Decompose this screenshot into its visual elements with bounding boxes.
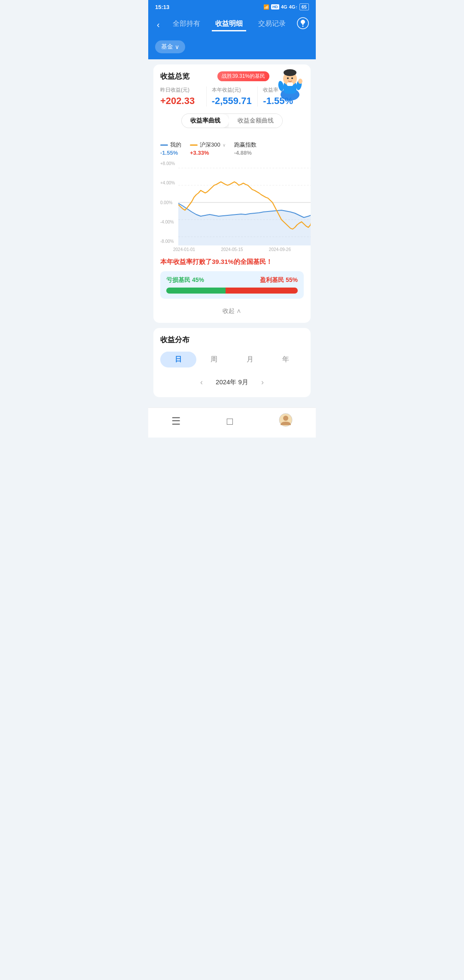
- legend-dot-index: [190, 144, 198, 146]
- period-tab-day[interactable]: 日: [160, 352, 196, 368]
- period-tabs: 日 周 月 年: [160, 352, 304, 368]
- svg-point-7: [291, 77, 293, 79]
- bottom-nav: ☰ □: [148, 407, 316, 438]
- tab-all-holdings[interactable]: 全部持有: [169, 18, 204, 31]
- svg-point-5: [284, 69, 296, 76]
- month-nav: ‹ 2024年 9月 ›: [160, 374, 304, 390]
- chart-legend: 我的 -1.55% 沪深300 ∨ +3.33% 跑赢指数 -4.88%: [160, 141, 304, 156]
- filter-fund-button[interactable]: 基金 ∨: [155, 40, 185, 53]
- tab-trade-records[interactable]: 交易记录: [255, 18, 289, 31]
- legend-mine-value: -1.55%: [160, 150, 181, 156]
- chart-toggle: 收益率曲线 收益金额曲线: [181, 113, 283, 128]
- y-label-neg4: -4.00%: [160, 220, 175, 224]
- legend-index-label: 沪深300: [200, 141, 220, 149]
- avatar-3d: [274, 64, 306, 101]
- back-button[interactable]: ‹: [155, 18, 162, 31]
- signal-4g-1-icon: 4G: [281, 4, 287, 9]
- legend-beat-value: -4.88%: [234, 150, 256, 156]
- citizens-profit-label: 盈利基民 55%: [260, 276, 298, 284]
- year-value: -2,559.71: [212, 95, 253, 107]
- hd-icon: HD: [271, 4, 279, 9]
- svg-point-19: [283, 416, 288, 421]
- distribution-title: 收益分布: [160, 335, 304, 345]
- toggle-amount-curve[interactable]: 收益金额曲线: [229, 114, 282, 128]
- filter-bar: 基金 ∨: [148, 39, 316, 59]
- legend-mine: 我的 -1.55%: [160, 141, 181, 156]
- stat-divider-2: [257, 86, 258, 107]
- year-income: 本年收益(元) -2,559.71: [212, 86, 253, 107]
- bar-profit: [226, 288, 298, 294]
- legend-beat-label: 跑赢指数: [234, 141, 256, 149]
- nav-bar: ‹ 全部持有 收益明细 交易记录: [148, 13, 316, 39]
- year-label-row: 本年收益(元): [212, 86, 253, 95]
- legend-beat: 跑赢指数 -4.88%: [234, 141, 256, 156]
- yesterday-value: +202.33: [160, 95, 201, 107]
- yesterday-income: 昨日收益(元) +202.33: [160, 86, 201, 107]
- svg-rect-8: [287, 83, 293, 86]
- collapse-button[interactable]: 收起 ∧: [160, 305, 304, 316]
- beat-text: 本年收益率打败了39.31%的全国基民！: [160, 258, 304, 266]
- line-chart: [178, 159, 311, 245]
- time: 15:13: [155, 4, 169, 10]
- citizens-loss-label: 亏损基民 45%: [166, 276, 204, 284]
- month-prev-button[interactable]: ‹: [200, 378, 203, 387]
- year-label: 本年收益(元): [212, 86, 241, 94]
- y-label-0: 0.00%: [160, 200, 175, 205]
- main-content: 收益总览 战胜39.31%的基民 昨日收益(元) +202.33 本年收益(元)…: [148, 59, 316, 407]
- y-label-neg8: -8.00%: [160, 239, 175, 244]
- dropdown-icon: ∨: [175, 43, 179, 50]
- citizens-bar: [166, 288, 298, 294]
- legend-index: 沪深300 ∨ +3.33%: [190, 141, 226, 156]
- month-label: 2024年 9月: [216, 378, 248, 386]
- battle-badge: 战胜39.31%的基民: [217, 71, 269, 81]
- x-label-mid: 2024-05-15: [221, 247, 243, 252]
- status-bar: 15:13 📶 HD 4G 4G↑ 65: [148, 0, 316, 13]
- overview-title: 收益总览: [160, 71, 189, 81]
- toggle-rate-curve[interactable]: 收益率曲线: [182, 114, 229, 128]
- index-dropdown-icon[interactable]: ∨: [223, 143, 226, 147]
- tab-income-detail[interactable]: 收益明细: [212, 18, 246, 31]
- y-axis-labels: +8.00% +4.00% 0.00% -4.00% -8.00%: [160, 159, 175, 245]
- chart-x-labels: 2024-01-01 2024-05-15 2024-09-26: [160, 245, 304, 252]
- wifi-icon: 📶: [263, 4, 269, 10]
- legend-index-value: +3.33%: [190, 150, 226, 156]
- legend-dot-mine: [160, 144, 168, 146]
- citizens-labels: 亏损基民 45% 盈利基民 55%: [166, 276, 298, 284]
- chart-wrapper: +8.00% +4.00% 0.00% -4.00% -8.00%: [160, 159, 304, 245]
- status-icons: 📶 HD 4G 4G↑ 65: [263, 3, 309, 10]
- income-overview-card: 收益总览 战胜39.31%的基民 昨日收益(元) +202.33 本年收益(元)…: [153, 64, 311, 323]
- yesterday-label: 昨日收益(元): [160, 86, 201, 94]
- stat-divider: [206, 86, 207, 107]
- x-label-end: 2024-09-26: [269, 247, 291, 252]
- bar-loss: [166, 288, 226, 294]
- svg-rect-12: [299, 79, 301, 82]
- citizens-bar-card: 亏损基民 45% 盈利基民 55%: [160, 271, 304, 299]
- service-button[interactable]: [297, 17, 309, 32]
- svg-point-1: [302, 26, 304, 27]
- x-label-start: 2024-01-01: [173, 247, 195, 252]
- avatar-button[interactable]: [279, 413, 293, 429]
- battery-icon: 65: [299, 3, 309, 10]
- home-button[interactable]: □: [227, 415, 233, 427]
- svg-point-6: [287, 77, 289, 79]
- y-label-4: +4.00%: [160, 181, 175, 185]
- legend-mine-label: 我的: [170, 141, 181, 149]
- month-next-button[interactable]: ›: [261, 378, 264, 387]
- period-tab-week[interactable]: 周: [196, 352, 232, 368]
- y-label-8: +8.00%: [160, 161, 175, 166]
- period-tab-month[interactable]: 月: [232, 352, 268, 368]
- svg-point-9: [278, 80, 284, 92]
- period-tab-year[interactable]: 年: [268, 352, 304, 368]
- signal-4g-2-icon: 4G↑: [289, 4, 298, 9]
- menu-button[interactable]: ☰: [171, 415, 181, 427]
- distribution-card: 收益分布 日 周 月 年 ‹ 2024年 9月 ›: [153, 328, 311, 397]
- nav-tabs: 全部持有 收益明细 交易记录: [165, 18, 293, 31]
